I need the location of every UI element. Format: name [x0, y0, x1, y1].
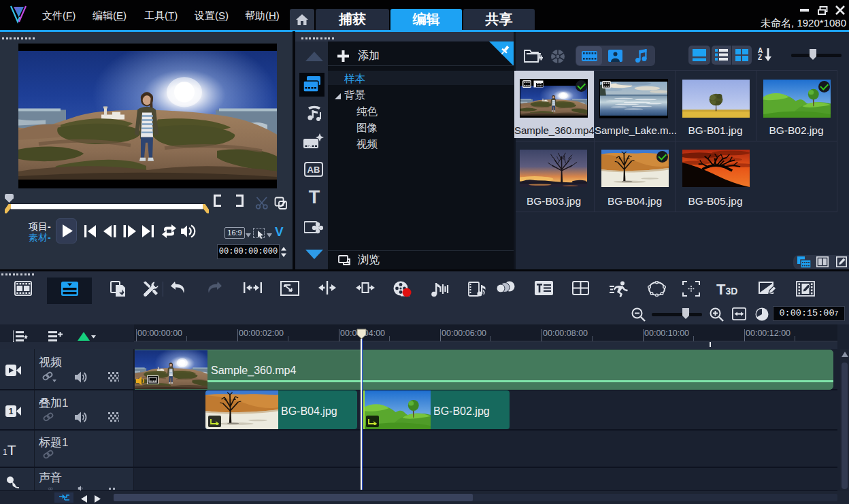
- svg-text:1: 1: [9, 407, 14, 416]
- svg-text:AB: AB: [307, 165, 320, 175]
